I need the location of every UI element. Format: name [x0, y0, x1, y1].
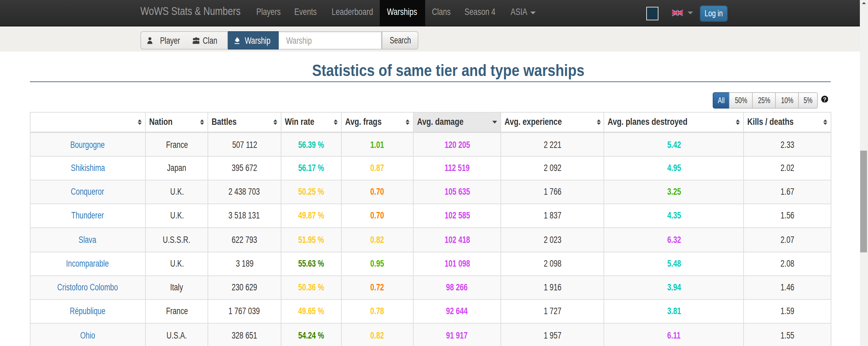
svg-text:?: ?: [823, 96, 826, 102]
